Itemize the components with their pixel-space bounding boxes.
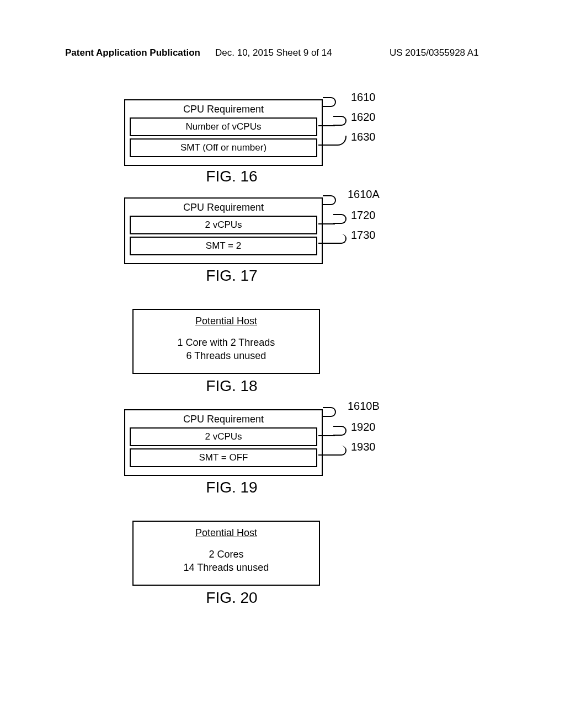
fig19-ref-r1: 1920 xyxy=(351,421,376,433)
fig16-box: CPU Requirement Number of vCPUs SMT (Off… xyxy=(124,99,323,166)
fig19-lead-r2 xyxy=(318,454,335,456)
fig20-line1: 2 Cores xyxy=(134,548,319,561)
fig18-box: Potential Host 1 Core with 2 Threads 6 T… xyxy=(132,309,320,374)
fig16-label: FIG. 16 xyxy=(132,168,331,185)
fig16-row-vcpus: Number of vCPUs xyxy=(130,117,317,136)
fig18-title: Potential Host xyxy=(134,315,319,327)
fig16-row-smt: SMT (Off or number) xyxy=(130,138,317,157)
fig19-row-smt: SMT = OFF xyxy=(130,448,317,467)
header-right: US 2015/0355928 A1 xyxy=(390,47,479,58)
fig18-label: FIG. 18 xyxy=(132,377,331,395)
fig17-lead-arc-outer xyxy=(323,195,336,205)
fig20-title: Potential Host xyxy=(134,527,319,539)
fig17-lead-arc-r2 xyxy=(333,234,347,244)
fig16-lead-r1 xyxy=(318,125,335,126)
fig19-lead-arc-outer xyxy=(323,407,336,417)
fig16-title: CPU Requirement xyxy=(125,104,322,115)
fig17-row-vcpus: 2 vCPUs xyxy=(130,216,317,234)
fig17-ref-r2: 1730 xyxy=(351,229,376,242)
fig19-ref-r2: 1930 xyxy=(351,441,376,453)
fig16-lead-r2 xyxy=(318,144,335,146)
fig16-lead-arc-r2 xyxy=(333,136,347,146)
fig19-lead-arc-r2 xyxy=(333,446,347,456)
fig20-box: Potential Host 2 Cores 14 Threads unused xyxy=(132,521,320,586)
fig17-title: CPU Requirement xyxy=(125,202,322,213)
fig19-ref-outer: 1610B xyxy=(348,400,380,413)
fig19-row-vcpus: 2 vCPUs xyxy=(130,427,317,446)
fig17-lead-r1 xyxy=(318,223,335,224)
header-mid: Dec. 10, 2015 Sheet 9 of 14 xyxy=(215,47,332,58)
fig18-line2: 6 Threads unused xyxy=(134,349,319,362)
header-left: Patent Application Publication xyxy=(65,47,200,58)
fig17-row-smt: SMT = 2 xyxy=(130,237,317,255)
fig16-lead-arc-outer xyxy=(323,97,336,107)
fig17-lead-r2 xyxy=(318,243,335,244)
fig20-label: FIG. 20 xyxy=(132,589,331,607)
fig17-ref-outer: 1610A xyxy=(348,188,380,201)
fig16-lead-arc-r1 xyxy=(333,116,347,126)
fig16-ref-r2: 1630 xyxy=(351,131,376,143)
fig19-lead-arc-r1 xyxy=(333,426,347,436)
fig17-box: CPU Requirement 2 vCPUs SMT = 2 xyxy=(124,197,323,264)
fig16-ref-outer: 1610 xyxy=(351,91,376,104)
fig19-title: CPU Requirement xyxy=(125,414,322,425)
fig17-lead-arc-r1 xyxy=(333,214,347,224)
fig19-box: CPU Requirement 2 vCPUs SMT = OFF xyxy=(124,409,323,476)
fig16-ref-r1: 1620 xyxy=(351,111,376,124)
fig17-label: FIG. 17 xyxy=(132,267,331,285)
fig19-label: FIG. 19 xyxy=(132,479,331,496)
fig17-ref-r1: 1720 xyxy=(351,209,376,222)
fig19-lead-r1 xyxy=(318,435,335,436)
fig20-line2: 14 Threads unused xyxy=(134,561,319,574)
fig18-line1: 1 Core with 2 Threads xyxy=(134,336,319,349)
